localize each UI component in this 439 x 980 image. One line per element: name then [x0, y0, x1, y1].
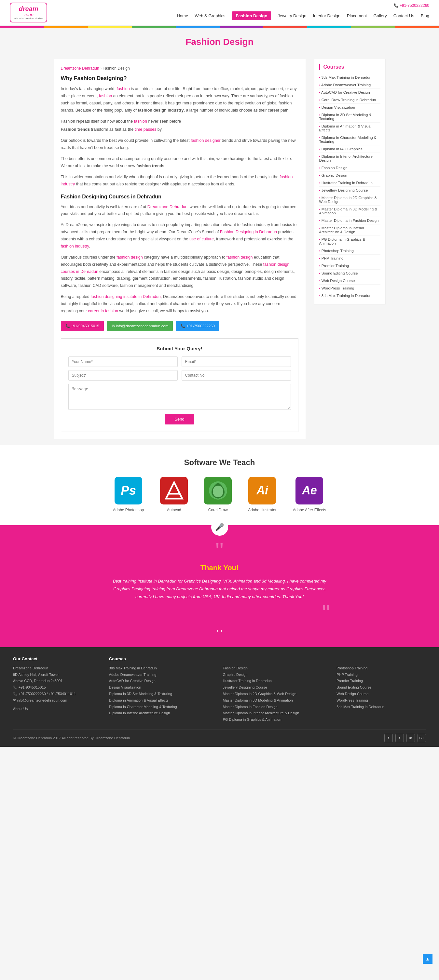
footer-c1-4[interactable]: Design Visualization — [109, 684, 216, 691]
footer-c1-6[interactable]: Diploma in Animation & Visual Effects — [109, 697, 216, 704]
sidebar-course-23[interactable]: • Sound Editing Course — [319, 270, 380, 277]
sidebar-course-8[interactable]: • Diploma in Character Modeling & Textur… — [319, 134, 380, 145]
nav-gallery[interactable]: Gallery — [373, 13, 386, 18]
footer-courses-title: Courses — [109, 656, 216, 661]
footer-c3-1[interactable]: Photoshop Training — [337, 665, 426, 671]
footer-c3-3[interactable]: Premier Training — [337, 678, 426, 684]
footer-name: Dreamzone Dehradun — [13, 665, 102, 671]
footer-c1-7[interactable]: Diploma in Character Modeling & Texturin… — [109, 704, 216, 710]
sidebar-course-12[interactable]: • Graphic Design — [319, 172, 380, 179]
form-name[interactable] — [68, 356, 178, 367]
footer-c1-1[interactable]: 3ds Max Training in Dehradun — [109, 665, 216, 671]
sidebar-course-16[interactable]: • Master Diploma in 3D Modeling & Animat… — [319, 205, 380, 217]
breadcrumb: Dreamzone Dehradun › Fashion Design — [61, 66, 299, 71]
form-contact[interactable] — [182, 370, 291, 380]
footer-c2-2[interactable]: Graphic Design — [223, 671, 330, 678]
phone-btn-2[interactable]: 📞 +91-7500222260 — [176, 321, 219, 331]
software-icons: Ps Adobe Photoshop Autocad Corel — [6, 477, 433, 512]
ps-label: Adobe Photoshop — [113, 508, 144, 512]
footer-c2-6[interactable]: Master Diploma in 3D Modeling & Animatio… — [223, 697, 330, 704]
corel-icon — [204, 477, 232, 504]
testimonial-text: Best training Institute in Dehradun for … — [109, 578, 330, 601]
sidebar-course-25[interactable]: • WordPress Training — [319, 285, 380, 292]
nav-blog[interactable]: Blog — [421, 13, 429, 18]
footer-contact-title: Our Contact — [13, 656, 102, 661]
social-googleplus[interactable]: G+ — [418, 734, 426, 742]
form-email[interactable] — [182, 356, 291, 367]
footer-c3-4[interactable]: Sound Editing Course — [337, 684, 426, 691]
sidebar-course-17[interactable]: • Master Diploma in Fashion Design — [319, 217, 380, 224]
sidebar-course-21[interactable]: • PHP Training — [319, 255, 380, 262]
footer-c1-3[interactable]: AutoCAD for Creative Design — [109, 678, 216, 684]
why-para5: The best offer is uncommon and uncomprom… — [61, 156, 299, 170]
footer-c3-2[interactable]: PHP Training — [337, 671, 426, 678]
sidebar-course-15[interactable]: • Master Diploma in 2D Graphics & Web De… — [319, 194, 380, 205]
nav-contact[interactable]: Contact Us — [393, 13, 414, 18]
color-bar — [0, 26, 439, 28]
sidebar-course-14[interactable]: • Jewellery Designing Course — [319, 187, 380, 194]
ae-label: Adobe After Effects — [293, 508, 326, 512]
header: dream zone school of creative studies 📞 … — [0, 0, 439, 26]
thank-you-text: Thank You! — [13, 564, 426, 572]
nav-fashiondesign[interactable]: Fashion Design — [232, 11, 271, 20]
sidebar-course-6[interactable]: • Diploma in 3D Set Modeling & Texturing — [319, 111, 380, 123]
footer-c2-9[interactable]: PG Diploma in Graphics & Animation — [223, 716, 330, 723]
breadcrumb-home[interactable]: Dreamzone Dehradun — [61, 66, 99, 71]
sidebar-course-20[interactable]: • Photoshop Training — [319, 247, 380, 255]
content-col: Dreamzone Dehradun › Fashion Design Why … — [54, 59, 306, 439]
sidebar-course-5[interactable]: • Design Visualization — [319, 104, 380, 111]
testimonial-nav[interactable]: ‹ › — [13, 627, 426, 634]
social-facebook[interactable]: f — [384, 734, 393, 742]
logo-zone: zone — [14, 12, 43, 17]
form-subject[interactable] — [68, 370, 178, 380]
sidebar-course-1[interactable]: • 3ds Max Training in Dehradun — [319, 74, 380, 81]
footer-c2-4[interactable]: Jewellery Designing Course — [223, 684, 330, 691]
form-message[interactable] — [68, 384, 291, 410]
software-illustrator: Ai Adobe Illustrator — [248, 477, 276, 512]
footer-c3-5[interactable]: Web Design Course — [337, 691, 426, 697]
form-send-btn[interactable]: Send — [164, 414, 194, 425]
footer-c1-8[interactable]: Diploma in Interior Architecture Design — [109, 710, 216, 716]
footer-c1-5[interactable]: Diploma in 3D Set Modeling & Texturing — [109, 691, 216, 697]
courses-para3: Our various courses under the fashion de… — [61, 254, 299, 290]
footer-c2-3[interactable]: Illustrator Training in Dehradun — [223, 678, 330, 684]
phone-btn-1[interactable]: 📞 +91-9045015015 — [61, 321, 104, 331]
sidebar-course-9[interactable]: • Diploma in IAD Graphics — [319, 145, 380, 153]
footer-c2-1[interactable]: Fashion Design — [223, 665, 330, 671]
footer-c2-7[interactable]: Master Diploma in Fashion Design — [223, 704, 330, 710]
sidebar-course-24[interactable]: • Web Design Course — [319, 277, 380, 285]
footer-c2-5[interactable]: Master Diploma in 2D Graphics & Web Desi… — [223, 691, 330, 697]
sidebar-course-19[interactable]: • PG Diploma in Graphics & Animation — [319, 236, 380, 247]
sidebar-course-11[interactable]: • Fashion Design — [319, 164, 380, 172]
email-btn[interactable]: ✉ info@dreamzonedehradun.com — [107, 321, 173, 331]
autocad-icon — [160, 477, 188, 504]
sidebar-course-7[interactable]: • Diploma in Animation & Visual Effects — [319, 123, 380, 134]
footer-about-link[interactable]: About Us — [13, 706, 102, 712]
nav-placement[interactable]: Placement — [347, 13, 367, 18]
nav-interior[interactable]: Interior Design — [313, 13, 341, 18]
footer-c1-2[interactable]: Adobe Dreamweaver Training — [109, 671, 216, 678]
sidebar-course-3[interactable]: • AutoCAD for Creative Design — [319, 89, 380, 96]
social-icons: f t in G+ — [384, 734, 426, 742]
sidebar-course-2[interactable]: • Adobe Dreamweaver Training — [319, 81, 380, 89]
software-autocad: Autocad — [160, 477, 188, 512]
sidebar-course-10[interactable]: • Diploma in Interior Architecture Desig… — [319, 153, 380, 164]
nav-home[interactable]: Home — [177, 13, 188, 18]
why-para2: Fashion repeats itself but how about the… — [61, 118, 299, 125]
sidebar-course-13[interactable]: • Illustrator Training in Dehradun — [319, 179, 380, 187]
sidebar-course-18[interactable]: • Master Diploma in Interior Architectur… — [319, 224, 380, 236]
sidebar-course-4[interactable]: • Corel Draw Training in Dehradun — [319, 96, 380, 104]
footer-c2-8[interactable]: Master Diploma in Interior Architecture … — [223, 710, 330, 716]
footer-c3-7[interactable]: 3ds Max Training in Dehradun — [337, 704, 426, 710]
software-coreldraw: Corel Draw — [204, 477, 232, 512]
social-linkedin[interactable]: in — [407, 734, 415, 742]
footer-c3-6[interactable]: WordPress Training — [337, 697, 426, 704]
nav-jewelry[interactable]: Jewelry Design — [278, 13, 306, 18]
sidebar-course-22[interactable]: • Premier Training — [319, 262, 380, 270]
nav-webgraphics[interactable]: Web & Graphics — [195, 13, 225, 18]
courses-box: Courses • 3ds Max Training in Dehradun •… — [314, 59, 386, 304]
sidebar-course-26[interactable]: • 3ds Max Training in Dehradun — [319, 292, 380, 299]
social-twitter[interactable]: t — [395, 734, 404, 742]
form-row-1 — [68, 356, 291, 367]
phone-icon: 📞 — [394, 3, 399, 8]
